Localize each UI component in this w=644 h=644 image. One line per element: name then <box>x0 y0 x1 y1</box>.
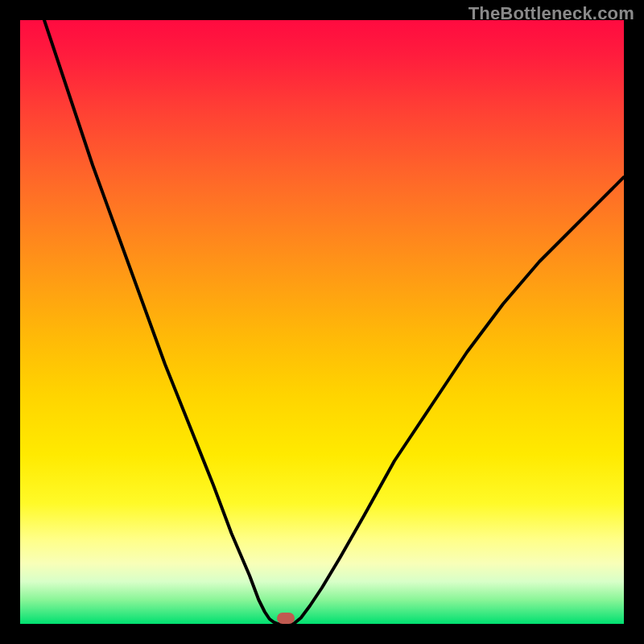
chart-frame: TheBottleneck.com <box>0 0 644 644</box>
watermark-text: TheBottleneck.com <box>469 3 634 24</box>
optimum-marker <box>277 613 295 624</box>
plot-area <box>20 20 624 624</box>
curve-path <box>44 20 624 624</box>
bottleneck-curve <box>20 20 624 624</box>
